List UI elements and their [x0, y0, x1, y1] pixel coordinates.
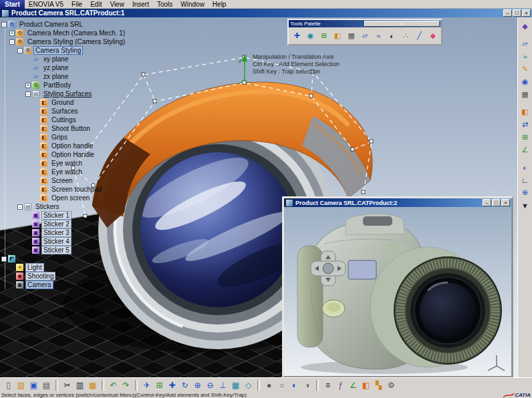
- insert-mode-icon[interactable]: ▱: [359, 29, 371, 42]
- secondary-window-titlebar[interactable]: Product Camera SRL.CATProduct:2 – □ ×: [284, 198, 511, 207]
- tree-item[interactable]: Sticker 2: [25, 220, 127, 228]
- shading-icon[interactable]: ●: [263, 379, 275, 391]
- fly-mode-icon[interactable]: ✈: [140, 379, 153, 391]
- tree-expander[interactable]: +: [9, 31, 15, 36]
- minimize-button[interactable]: –: [483, 199, 491, 206]
- tree-item[interactable]: Sticker 4: [25, 237, 127, 246]
- tree-item[interactable]: Sticker 3: [25, 228, 127, 237]
- tree-item[interactable]: Ground: [33, 98, 127, 107]
- menu-tools[interactable]: Tools: [153, 0, 176, 9]
- more-tools-icon[interactable]: ▼: [519, 200, 531, 211]
- tree-item[interactable]: - Stickers: [17, 202, 127, 211]
- tree-item[interactable]: Screen: [33, 176, 127, 185]
- wireframe-icon[interactable]: ○: [275, 379, 288, 391]
- formula-icon[interactable]: ƒ: [334, 379, 347, 391]
- tools-palette-titlebar[interactable]: Tools Palette ×: [289, 20, 441, 27]
- menu-file[interactable]: File: [68, 0, 86, 9]
- tree-item[interactable]: Open screen: [33, 194, 127, 202]
- fit-all-in-icon[interactable]: ⊞: [153, 379, 166, 391]
- tree-expander[interactable]: -: [25, 91, 31, 97]
- apply-material-icon[interactable]: ◧: [360, 379, 372, 391]
- isometric-view-icon[interactable]: ◇: [242, 379, 255, 391]
- stop-manipulation-icon[interactable]: ◆: [427, 29, 439, 42]
- tree-item[interactable]: Sticker 1: [25, 211, 127, 220]
- normal-view-icon[interactable]: ⊥: [217, 379, 229, 391]
- measure-icon[interactable]: ∠: [347, 379, 360, 391]
- tree-item[interactable]: Option handle: [33, 142, 127, 150]
- manipulation-mode-icon[interactable]: ✚: [291, 29, 303, 42]
- symmetry-icon[interactable]: ⇄: [519, 119, 531, 130]
- control-points-icon[interactable]: ◉: [519, 76, 531, 87]
- tree-expander[interactable]: +: [25, 83, 31, 88]
- menu-window[interactable]: Window: [176, 0, 209, 9]
- isophotes-analysis-icon[interactable]: ◐: [519, 162, 531, 173]
- tree-item[interactable]: Surfaces: [33, 107, 127, 116]
- zoom-out-icon[interactable]: ⊖: [204, 379, 217, 391]
- tree-item[interactable]: - Applications: [1, 254, 127, 263]
- menu-enovia-v5[interactable]: ENOVIA V5: [25, 0, 68, 9]
- options-icon[interactable]: ⚙: [385, 379, 398, 391]
- tree-item[interactable]: zx plane: [25, 72, 127, 81]
- tree-item[interactable]: - Product Camera SRL: [1, 20, 127, 29]
- menu-view[interactable]: View: [106, 0, 128, 9]
- tree-item[interactable]: xy plane: [25, 55, 127, 63]
- net-surface-icon[interactable]: ▦: [519, 89, 531, 100]
- rotate-icon[interactable]: ↻: [178, 379, 191, 391]
- minimize-button[interactable]: –: [503, 9, 512, 17]
- keep-original-icon[interactable]: ▦: [345, 29, 357, 42]
- temporary-analysis-icon[interactable]: ∴: [400, 29, 412, 42]
- tree-item[interactable]: Cuttings: [33, 116, 127, 124]
- freestyle-curve-icon[interactable]: ≈: [519, 51, 531, 62]
- swap-visible-space-icon[interactable]: ◑: [301, 379, 313, 391]
- cut-icon[interactable]: ✂: [61, 379, 74, 391]
- close-button[interactable]: ×: [522, 9, 531, 17]
- tree-item[interactable]: + Camera Mech (Camera Mech. 1): [9, 29, 127, 37]
- attenuation-icon[interactable]: ≈: [372, 29, 384, 42]
- new-document-icon[interactable]: ▯: [2, 379, 15, 391]
- save-icon[interactable]: ▣: [27, 379, 40, 391]
- catalog-icon[interactable]: ▚: [372, 379, 385, 391]
- tree-item[interactable]: - Camera Styling (Camera Styling): [9, 37, 127, 46]
- zoom-in-icon[interactable]: ⊕: [191, 379, 204, 391]
- tree-item[interactable]: Eye watch: [33, 159, 127, 168]
- tree-item[interactable]: Shoot Button: [33, 124, 127, 133]
- furtive-display-icon[interactable]: ◐: [386, 29, 398, 42]
- render-viewport[interactable]: [284, 207, 511, 376]
- tree-item[interactable]: Sticker 5: [25, 246, 127, 254]
- datum-mode-icon[interactable]: ◧: [331, 29, 344, 42]
- tree-item[interactable]: yz plane: [25, 63, 127, 72]
- close-button[interactable]: ×: [501, 199, 510, 206]
- compass-mode-icon[interactable]: ◉: [304, 29, 316, 42]
- multi-view-icon[interactable]: ▦: [229, 379, 242, 391]
- snap-icon[interactable]: ⊞: [318, 29, 330, 42]
- tree-item[interactable]: + PartBody: [25, 81, 127, 89]
- copy-icon[interactable]: ▥: [74, 379, 86, 391]
- tree-item[interactable]: Shooting: [9, 272, 127, 280]
- hide-show-icon[interactable]: ◐: [288, 379, 301, 391]
- tree-expander[interactable]: -: [1, 256, 7, 262]
- lens-barrel[interactable]: [394, 257, 501, 364]
- tree-item[interactable]: - Styling Surfaces: [25, 89, 127, 98]
- zoom-area-icon[interactable]: ⊕: [519, 187, 531, 198]
- menu-edit[interactable]: Edit: [86, 0, 106, 9]
- angle-analysis-icon[interactable]: ∠: [519, 144, 531, 156]
- tree-item[interactable]: Screen touchpad: [33, 185, 127, 194]
- paste-icon[interactable]: ▦: [86, 379, 99, 391]
- tree-expander[interactable]: -: [9, 39, 15, 45]
- menu-help[interactable]: Help: [209, 0, 231, 9]
- tree-item[interactable]: Eye watch: [33, 168, 127, 176]
- contact-display-icon[interactable]: ╱: [413, 29, 425, 42]
- face-style-icon[interactable]: ◧: [519, 106, 531, 118]
- surface-patch-icon[interactable]: ▱: [519, 38, 531, 49]
- tree-expander[interactable]: -: [17, 204, 23, 210]
- graph-tree-icon[interactable]: ≡: [321, 379, 334, 391]
- tree-item[interactable]: Light: [9, 263, 127, 272]
- maximize-button[interactable]: □: [492, 199, 501, 206]
- tree-expander[interactable]: -: [17, 48, 23, 53]
- redo-icon[interactable]: ↷: [120, 379, 132, 391]
- pan-icon[interactable]: ✚: [166, 379, 178, 391]
- undo-icon[interactable]: ↶: [107, 379, 120, 391]
- tree-item[interactable]: - Camera Styling: [17, 46, 127, 55]
- lcd-screen[interactable]: [348, 260, 376, 279]
- tree-item[interactable]: Camera: [9, 280, 127, 289]
